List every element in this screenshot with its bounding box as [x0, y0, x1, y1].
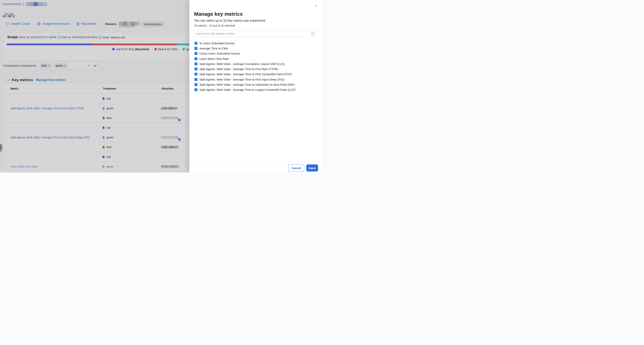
search-icon [311, 32, 314, 36]
metric-option-label: Split Agents: Web Vitals - Average Time … [200, 73, 292, 76]
metric-option[interactable]: ✓Learn More Click Rate [194, 56, 296, 61]
metric-option[interactable]: ✓Count Users Submitted Survey [194, 51, 296, 56]
checkbox-checked[interactable]: ✓ [194, 47, 198, 50]
metric-option-label: % Users Submitted Survey [200, 42, 234, 45]
checkbox-checked[interactable]: ✓ [194, 88, 198, 91]
metric-option[interactable]: ✓Split Agents: Web Vitals - Average Time… [194, 77, 296, 82]
checkbox-checked[interactable]: ✓ [194, 57, 198, 60]
metric-checkbox-list: ✓% Users Submitted Survey✓Average Time t… [194, 41, 296, 92]
metric-option-label: Count Users Submitted Survey [200, 52, 240, 55]
manage-key-metrics-panel: × Manage key metrics You can select up t… [189, 0, 322, 173]
search-input[interactable] [194, 30, 317, 37]
panel-title: Manage key metrics [194, 11, 243, 17]
metric-search [194, 30, 317, 37]
metric-option[interactable]: ✓Split Agents: Web Vitals - Average Time… [194, 66, 296, 72]
metric-option-label: Split Agents: Web Vitals - Average Time … [200, 67, 278, 71]
metric-option-label: Split Agents: Web Vitals - Average Cumul… [200, 62, 284, 66]
cancel-button[interactable]: Cancel [288, 164, 304, 172]
metric-option-label: Split Agents: Web Vitals - Average Time … [200, 88, 296, 91]
metric-option[interactable]: ✓% Users Submitted Survey [194, 41, 296, 46]
metric-option[interactable]: ✓Split Agents: Web Vitals - Average Cumu… [194, 61, 296, 66]
metric-option[interactable]: ✓Split Agents: Web Vitals - Average Time… [194, 82, 296, 87]
metric-option-label: Learn More Click Rate [200, 57, 229, 61]
save-button[interactable]: Save [306, 164, 318, 172]
checkbox-checked[interactable]: ✓ [194, 83, 198, 86]
checkbox-checked[interactable]: ✓ [194, 78, 198, 81]
checkbox-checked[interactable]: ✓ [194, 73, 198, 76]
metric-option[interactable]: ✓Split Agents: Web Vitals - Average Time… [194, 72, 296, 77]
checkbox-checked[interactable]: ✓ [194, 42, 198, 45]
close-icon[interactable]: × [315, 4, 317, 8]
metric-option[interactable]: ✓Split Agents: Web Vitals - Average Time… [194, 87, 296, 92]
metric-option-label: Average Time to Click [200, 47, 228, 50]
panel-footer: Cancel Save [189, 162, 322, 173]
metric-option-label: Split Agents: Web Vitals - Average Time … [200, 78, 284, 81]
checkbox-checked[interactable]: ✓ [194, 68, 198, 71]
metrics-count: 10 metrics · 10 out of 10 selected [194, 24, 235, 27]
metric-option[interactable]: ✓Average Time to Click [194, 46, 296, 51]
metric-option-label: Split Agents: Web Vitals - Average Time … [200, 83, 295, 86]
panel-subtitle: You can select up to 10 key metrics per … [194, 19, 265, 23]
checkbox-checked[interactable]: ✓ [194, 52, 198, 55]
checkbox-checked[interactable]: ✓ [194, 63, 198, 65]
